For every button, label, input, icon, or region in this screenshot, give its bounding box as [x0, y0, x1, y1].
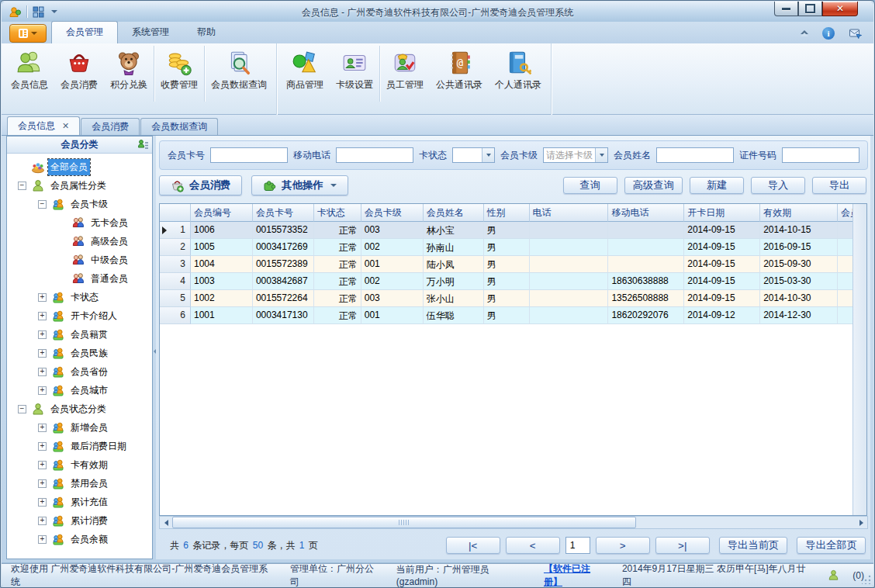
filter-input-0[interactable] [210, 147, 288, 163]
doc-tab-2[interactable]: 会员数据查询 [140, 118, 218, 135]
tree-expander-icon[interactable]: + [38, 386, 47, 395]
registered-link[interactable]: 【软件已注册】 [544, 562, 609, 588]
tree-item-10[interactable]: +会员民族 [7, 344, 152, 362]
row-selector-cell[interactable]: 4 [160, 273, 191, 290]
tree-config-icon[interactable] [137, 139, 149, 150]
tree-item-18[interactable]: +累计充值 [7, 493, 152, 511]
ribbon-button-1-1[interactable]: 卡级设置 [330, 46, 379, 102]
tree-item-15[interactable]: +最后消费日期 [7, 437, 152, 455]
tree-expander-icon[interactable]: + [38, 312, 47, 320]
ribbon-button-0-4[interactable]: 会员数据查询 [204, 46, 273, 102]
export-current-page-button[interactable]: 导出当前页 [719, 537, 788, 554]
filter-input-4[interactable] [656, 147, 734, 163]
tree-item-4[interactable]: 高级会员 [7, 232, 152, 251]
ribbon-tab-2[interactable]: 帮助 [183, 22, 230, 43]
grid-column-header-2[interactable]: 卡状态 [314, 204, 361, 222]
prev-page-button[interactable]: < [506, 537, 560, 554]
tree-expander-icon[interactable]: + [38, 535, 47, 544]
tree-item-11[interactable]: +会员省份 [7, 362, 152, 381]
grid-column-header-3[interactable]: 会员卡级 [361, 204, 424, 222]
tree-item-20[interactable]: +会员余额 [7, 530, 152, 547]
ribbon-button-1-3[interactable]: @公共通讯录 [430, 46, 489, 102]
ribbon-button-0-0[interactable]: 会员信息 [5, 46, 54, 102]
last-page-button[interactable]: >| [655, 537, 710, 554]
row-selector-cell[interactable]: 3 [160, 256, 191, 273]
tree-item-12[interactable]: +会员城市 [7, 381, 152, 399]
resize-grip[interactable] [862, 575, 871, 584]
grid-column-header-0[interactable]: 会员编号 [191, 204, 253, 222]
page-number-input[interactable] [565, 537, 590, 554]
first-page-button[interactable]: |< [446, 537, 500, 554]
export-all-pages-button[interactable]: 导出全部页 [797, 537, 866, 554]
grid-column-header-5[interactable]: 性别 [484, 204, 530, 222]
info-icon[interactable]: i [822, 27, 835, 40]
table-row-3[interactable]: 410030003842687正常002万小明男186306388882014-… [160, 273, 853, 290]
table-row-0[interactable]: 110060015573352正常003林小宝男2014-09-152014-1… [160, 222, 853, 239]
vertical-scrollbar[interactable] [853, 204, 866, 515]
tree-expander-icon[interactable]: + [38, 461, 47, 469]
tree-item-1[interactable]: −会员属性分类 [7, 176, 152, 195]
row-selector-cell[interactable]: 5 [160, 290, 191, 307]
filter-select-2[interactable] [452, 147, 495, 163]
tree-item-2[interactable]: −会员卡级 [7, 195, 152, 213]
scroll-left-icon[interactable] [160, 517, 172, 528]
doc-tab-0[interactable]: 会员信息✕ [7, 116, 80, 135]
tree-expander-icon[interactable]: + [38, 442, 47, 451]
tree-item-0[interactable]: 全部会员 [7, 157, 152, 176]
action-button-1[interactable]: 高级查询 [624, 177, 683, 194]
close-button[interactable]: ✕ [822, 2, 858, 16]
next-page-button[interactable]: > [596, 537, 650, 554]
tree-expander-icon[interactable]: + [38, 330, 47, 339]
scrollbar-thumb[interactable] [172, 517, 636, 528]
tree-item-7[interactable]: +卡状态 [7, 288, 152, 306]
row-selector-cell[interactable]: 2 [160, 239, 191, 256]
row-selector-cell[interactable]: 6 [160, 307, 191, 324]
action-button-4[interactable]: 导出 [812, 177, 866, 194]
grid-column-header-9[interactable]: 有效期 [760, 204, 838, 222]
ribbon-tab-1[interactable]: 系统管理 [118, 22, 183, 43]
ribbon-button-0-1[interactable]: 会员消费 [54, 46, 104, 102]
tree-expander-icon[interactable]: + [38, 424, 47, 432]
tree-expander-icon[interactable]: + [38, 349, 47, 358]
tree-item-16[interactable]: +卡有效期 [7, 455, 152, 474]
ribbon-button-0-3[interactable]: 收费管理 [154, 46, 204, 102]
tree-expander-icon[interactable]: − [38, 200, 47, 209]
filter-select-3[interactable]: 请选择卡级 [543, 147, 608, 163]
ribbon-button-1-2[interactable]: 员工管理 [379, 46, 430, 102]
grid-column-header-6[interactable]: 电话 [530, 204, 609, 222]
minimize-button[interactable] [774, 2, 798, 16]
filter-input-5[interactable] [782, 147, 859, 163]
filter-input-1[interactable] [336, 147, 413, 163]
ribbon-button-1-4[interactable]: 个人通讯录 [489, 46, 548, 102]
tree-expander-icon[interactable]: − [18, 182, 26, 190]
send-mail-icon[interactable] [849, 26, 863, 40]
tree-expander-icon[interactable]: + [38, 498, 47, 507]
dropdown-arrow-icon[interactable] [482, 148, 494, 162]
application-menu-button[interactable] [9, 24, 47, 43]
action-button-3[interactable]: 导入 [751, 177, 805, 194]
table-row-4[interactable]: 510020015572264正常003张小山男135265088882014-… [160, 290, 853, 307]
tree-item-6[interactable]: 普通会员 [7, 269, 152, 288]
toolbar-button-1[interactable]: 其他操作 [251, 175, 348, 195]
grid-column-header-10[interactable]: 会员 [838, 204, 853, 222]
scroll-right-icon[interactable] [855, 517, 867, 528]
tree-item-14[interactable]: +新增会员 [7, 418, 152, 437]
horizontal-scrollbar[interactable] [159, 516, 868, 529]
toolbar-button-0[interactable]: 会员消费 [159, 175, 242, 195]
tree-expander-icon[interactable]: + [38, 293, 47, 302]
grid-column-header-8[interactable]: 开卡日期 [684, 204, 760, 222]
tree-item-5[interactable]: 中级会员 [7, 251, 152, 269]
grid-column-header-1[interactable]: 会员卡号 [253, 204, 314, 222]
tree-item-19[interactable]: +累计消费 [7, 511, 152, 530]
tree-item-3[interactable]: 无卡会员 [7, 213, 152, 232]
dropdown-arrow-icon[interactable] [595, 148, 607, 162]
action-button-0[interactable]: 查询 [563, 177, 617, 194]
restore-button[interactable] [798, 2, 822, 16]
quick-access-toolbar-icon[interactable] [32, 5, 45, 19]
action-button-2[interactable]: 新建 [690, 177, 744, 194]
tree-item-17[interactable]: +禁用会员 [7, 474, 152, 493]
doc-tab-1[interactable]: 会员消费 [81, 118, 140, 135]
tree-item-9[interactable]: +会员籍贯 [7, 325, 152, 344]
ribbon-button-0-2[interactable]: 积分兑换 [104, 46, 154, 102]
table-row-5[interactable]: 610010003417130正常001伍华聪男186202920762014-… [160, 307, 853, 324]
